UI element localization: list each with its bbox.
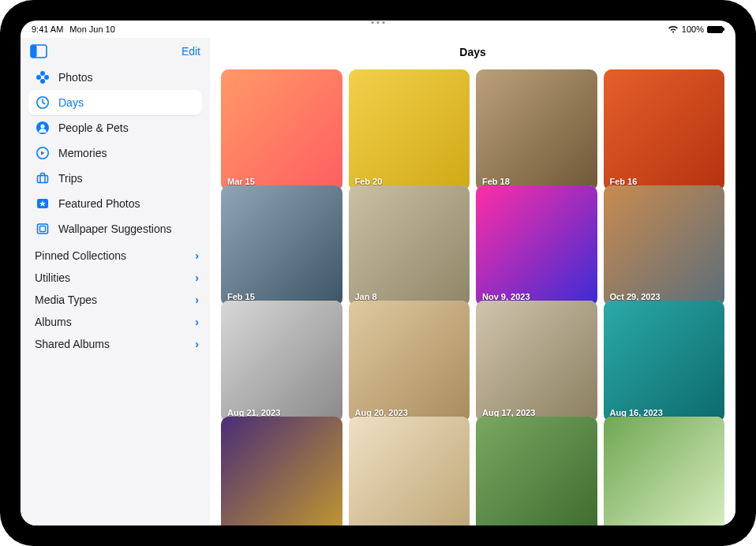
day-tile-date: Aug 16, 2023 <box>610 408 663 417</box>
sidebar-section-pinned-collections[interactable]: Pinned Collections› <box>28 245 202 267</box>
sidebar-item-label: Photos <box>58 71 93 84</box>
day-tile[interactable] <box>604 417 725 526</box>
status-time: 9:41 AM <box>32 24 63 34</box>
clock-icon <box>35 95 51 110</box>
chevron-right-icon: › <box>195 294 199 306</box>
screen: 9:41 AM Mon Jun 10 100% E <box>21 21 735 525</box>
photo-thumbnail <box>476 69 597 191</box>
day-tile[interactable]: Nov 9, 2023 <box>476 185 597 307</box>
day-tile[interactable] <box>476 417 597 526</box>
day-tile-date: Feb 18 <box>482 177 510 186</box>
memories-icon <box>35 145 51 161</box>
photo-thumbnail <box>349 69 470 191</box>
chevron-right-icon: › <box>195 316 199 328</box>
chevron-right-icon: › <box>195 249 199 262</box>
featured-icon <box>35 196 51 211</box>
day-tile[interactable]: Aug 17, 2023 <box>476 301 597 422</box>
svg-point-2 <box>40 71 45 76</box>
day-tile-date: Aug 21, 2023 <box>227 408 280 417</box>
day-tile-date: Aug 17, 2023 <box>482 408 535 417</box>
day-tile[interactable]: Feb 20 <box>349 69 470 191</box>
photo-thumbnail <box>349 417 470 526</box>
sidebar-item-wallpaper-suggestions[interactable]: Wallpaper Suggestions <box>28 216 202 241</box>
sidebar-item-label: Wallpaper Suggestions <box>58 223 171 235</box>
sidebar-item-memories[interactable]: Memories <box>28 140 202 166</box>
more-dots-icon <box>372 21 385 24</box>
svg-point-3 <box>40 79 45 84</box>
photo-thumbnail <box>604 301 725 422</box>
days-grid[interactable]: Mar 15Feb 20Feb 18Feb 16Feb 15Jan 8Nov 9… <box>210 66 735 525</box>
sidebar-section-shared-albums[interactable]: Shared Albums› <box>28 333 202 355</box>
suitcase-icon <box>35 170 51 186</box>
sidebar-item-label: Memories <box>58 147 107 159</box>
svg-rect-14 <box>40 226 46 232</box>
day-tile[interactable]: Feb 18 <box>476 69 597 191</box>
sidebar-section-label: Media Types <box>35 294 97 306</box>
sidebar-toggle-icon[interactable] <box>30 44 47 58</box>
sidebar-item-trips[interactable]: Trips <box>28 166 202 191</box>
photo-thumbnail <box>349 185 470 307</box>
main-content: Days Mar 15Feb 20Feb 18Feb 16Feb 15Jan 8… <box>210 38 735 525</box>
day-tile-date: Feb 16 <box>610 177 638 186</box>
chevron-right-icon: › <box>195 338 199 350</box>
sidebar: Edit PhotosDaysPeople & PetsMemoriesTrip… <box>21 38 210 525</box>
wifi-icon <box>668 25 679 33</box>
day-tile[interactable] <box>349 417 470 526</box>
sidebar-item-photos[interactable]: Photos <box>28 65 202 90</box>
device-frame: 9:41 AM Mon Jun 10 100% E <box>0 0 756 546</box>
day-tile[interactable]: Aug 20, 2023 <box>349 301 470 422</box>
page-title: Days <box>210 38 735 66</box>
day-tile-date: Mar 15 <box>227 177 255 186</box>
day-tile[interactable] <box>221 417 342 526</box>
day-tile[interactable]: Aug 16, 2023 <box>604 301 725 422</box>
status-battery-pct: 100% <box>682 24 704 34</box>
chevron-right-icon: › <box>195 271 199 284</box>
wallpaper-icon <box>35 221 51 237</box>
svg-rect-1 <box>31 45 37 58</box>
sidebar-item-days[interactable]: Days <box>28 90 202 115</box>
people-icon <box>35 120 51 136</box>
photo-thumbnail <box>604 417 725 526</box>
day-tile-date: Aug 20, 2023 <box>355 408 408 417</box>
sidebar-item-people-pets[interactable]: People & Pets <box>28 115 202 140</box>
sidebar-section-media-types[interactable]: Media Types› <box>28 289 202 311</box>
sidebar-section-label: Albums <box>35 316 72 328</box>
svg-point-8 <box>40 124 44 128</box>
photo-thumbnail <box>476 417 597 526</box>
day-tile[interactable]: Oct 29, 2023 <box>604 185 725 307</box>
sidebar-section-label: Pinned Collections <box>35 249 126 262</box>
status-date: Mon Jun 10 <box>69 24 114 34</box>
sidebar-item-label: Days <box>58 96 84 109</box>
sidebar-item-label: Trips <box>58 172 83 185</box>
sidebar-section-utilities[interactable]: Utilities› <box>28 267 202 289</box>
sidebar-section-label: Shared Albums <box>35 338 110 350</box>
day-tile[interactable]: Feb 15 <box>221 185 342 307</box>
day-tile[interactable]: Aug 21, 2023 <box>221 301 342 422</box>
photo-thumbnail <box>349 301 470 422</box>
svg-rect-13 <box>38 224 48 234</box>
sidebar-section-albums[interactable]: Albums› <box>28 311 202 333</box>
day-tile[interactable]: Jan 8 <box>349 185 470 307</box>
svg-rect-10 <box>38 176 48 183</box>
day-tile[interactable]: Mar 15 <box>221 69 342 191</box>
battery-icon <box>707 26 724 33</box>
sidebar-item-label: People & Pets <box>58 122 129 134</box>
day-tile-date: Feb 20 <box>355 177 383 186</box>
photo-thumbnail <box>476 301 597 422</box>
svg-point-4 <box>36 75 41 80</box>
sidebar-item-featured-photos[interactable]: Featured Photos <box>28 191 202 216</box>
photo-thumbnail <box>476 185 597 307</box>
edit-button[interactable]: Edit <box>182 45 200 58</box>
photo-thumbnail <box>221 185 342 307</box>
day-tile[interactable]: Feb 16 <box>604 69 725 191</box>
photo-thumbnail <box>604 69 725 191</box>
photo-thumbnail <box>604 185 725 307</box>
sidebar-section-label: Utilities <box>35 271 70 284</box>
photos-icon <box>35 69 51 85</box>
svg-point-5 <box>44 75 49 80</box>
sidebar-item-label: Featured Photos <box>58 197 140 210</box>
photo-thumbnail <box>221 417 342 526</box>
photo-thumbnail <box>221 301 342 422</box>
photo-thumbnail <box>221 69 342 191</box>
